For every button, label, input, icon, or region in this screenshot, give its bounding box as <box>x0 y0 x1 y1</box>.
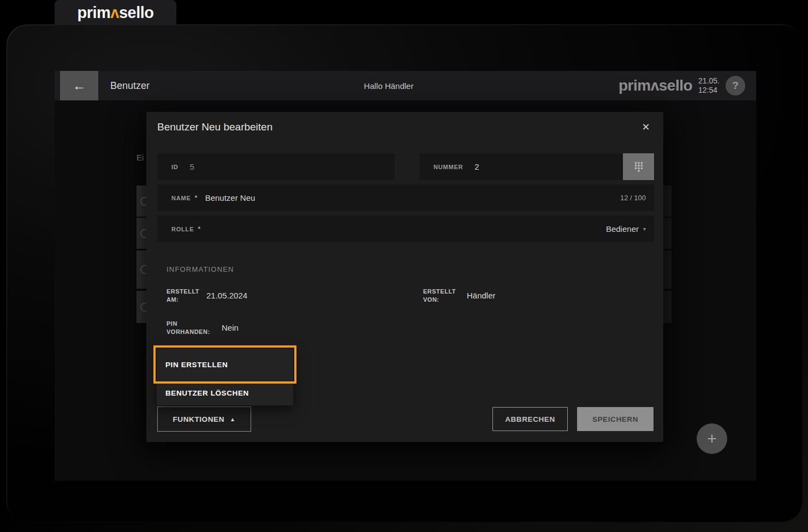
background-list-row <box>136 218 146 249</box>
pin-exists-value: Nein <box>222 323 239 332</box>
page-title: Benutzer <box>110 71 150 100</box>
brand-logo-post: sello <box>119 4 154 21</box>
pin-exists-label: PIN VORHANDEN: <box>167 320 210 336</box>
back-button[interactable]: ← <box>60 71 98 100</box>
help-button[interactable]: ? <box>726 76 745 95</box>
brand-lambda-icon: ʌ <box>110 4 119 21</box>
keypad-icon <box>632 159 646 175</box>
user-greeting: Hallo Händler <box>364 71 414 100</box>
header-brand-logo: primʌsello <box>619 77 692 94</box>
app-panel: ← Benutzer Hallo Händler primʌsello 21.0… <box>55 71 756 481</box>
id-value: 5 <box>190 162 194 171</box>
time-display: 12:54 <box>698 86 720 95</box>
menu-item-create-pin[interactable]: PIN ERSTELLEN <box>157 349 293 380</box>
add-user-fab[interactable]: + <box>697 423 727 454</box>
background-list-row <box>136 291 146 323</box>
chevron-down-icon: ▾ <box>643 226 646 232</box>
created-at-label-line1: ERSTELLT <box>167 288 199 296</box>
id-label: ID <box>171 164 179 170</box>
created-by-label: ERSTELLT VON: <box>423 288 456 304</box>
funktionen-menu: PIN ERSTELLEN BENUTZER LÖSCHEN <box>157 349 293 405</box>
name-value: Benutzer Neu <box>205 193 256 202</box>
rolle-label: ROLLE <box>171 226 194 232</box>
cancel-button[interactable]: ABBRECHEN <box>492 407 568 431</box>
name-required-asterisk: * <box>195 194 198 202</box>
header-brand-post: sello <box>659 77 692 94</box>
brand-logo-pre: prim <box>77 4 110 21</box>
background-list-row <box>663 218 672 249</box>
name-label: NAME <box>171 195 191 201</box>
background-list-row <box>663 291 672 323</box>
header-brand-lambda-icon: ʌ <box>651 77 659 94</box>
chevron-up-icon: ▲ <box>230 416 236 422</box>
id-field: ID 5 <box>157 153 395 180</box>
brand-logo: primʌsello <box>77 4 153 22</box>
background-list-row <box>663 186 672 217</box>
name-char-counter: 12 / 100 <box>620 194 646 202</box>
nummer-value: 2 <box>474 162 479 171</box>
created-by-label-line1: ERSTELLT <box>423 288 456 296</box>
edit-user-dialog: Benutzer Neu bearbeiten ✕ ID 5 NUMMER 2 <box>146 112 663 442</box>
created-by-label-line2: VON: <box>423 296 456 304</box>
back-arrow-icon: ← <box>73 78 86 93</box>
device-screen: ← Benutzer Hallo Händler primʌsello 21.0… <box>7 25 803 522</box>
menu-item-delete-user[interactable]: BENUTZER LÖSCHEN <box>157 380 293 405</box>
page: primʌsello ← Benutzer Hallo Händler prim… <box>0 0 808 532</box>
nummer-field[interactable]: NUMMER 2 <box>419 153 623 180</box>
save-button[interactable]: SPEICHERN <box>577 407 653 431</box>
rolle-dropdown[interactable]: ROLLE * Bediener▾ <box>157 216 654 242</box>
name-field[interactable]: NAME * Benutzer Neu 12 / 100 <box>157 184 654 211</box>
created-at-label: ERSTELLT AM: <box>167 288 199 304</box>
app-header: ← Benutzer Hallo Händler primʌsello 21.0… <box>55 71 756 100</box>
rolle-value-text: Bediener <box>606 224 639 234</box>
keypad-button[interactable] <box>623 153 654 180</box>
close-button[interactable]: ✕ <box>637 118 655 136</box>
brand-tab: primʌsello <box>55 0 176 25</box>
background-list-row <box>136 186 146 217</box>
nummer-label: NUMMER <box>433 164 463 170</box>
rolle-selected-value: Bediener▾ <box>606 224 646 234</box>
created-by-value: Händler <box>467 291 496 300</box>
header-brand-pre: prim <box>619 77 651 94</box>
background-partial-label: Ei <box>136 153 147 164</box>
background-list-row <box>136 250 146 289</box>
dialog-title: Benutzer Neu bearbeiten <box>157 121 272 133</box>
funktionen-button-label: FUNKTIONEN <box>173 415 225 423</box>
pin-exists-label-line1: PIN <box>167 320 210 328</box>
close-icon: ✕ <box>641 122 650 133</box>
info-section-title: INFORMATIONEN <box>167 265 234 273</box>
funktionen-button[interactable]: FUNKTIONEN ▲ <box>157 407 251 432</box>
date-display: 21.05. <box>698 76 720 86</box>
created-at-value: 21.05.2024 <box>206 291 247 300</box>
pin-exists-label-line2: VORHANDEN: <box>167 328 210 336</box>
datetime-display: 21.05. 12:54 <box>698 76 720 95</box>
rolle-required-asterisk: * <box>198 225 200 233</box>
plus-icon: + <box>707 431 717 447</box>
question-mark-icon: ? <box>732 80 739 92</box>
header-right-group: primʌsello 21.05. 12:54 ? <box>619 71 756 100</box>
background-list-row <box>663 250 672 289</box>
created-at-label-line2: AM: <box>167 296 199 304</box>
